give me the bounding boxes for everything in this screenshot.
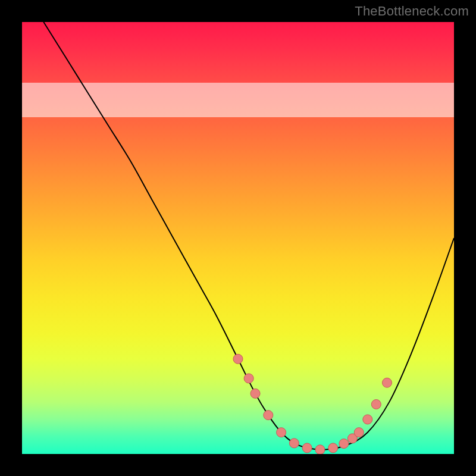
data-marker [250,389,260,398]
data-marker [315,445,325,454]
data-marker [277,428,286,437]
bottleneck-curve [43,22,454,450]
data-marker [244,374,253,383]
chart-area [22,22,454,454]
data-marker [339,439,349,449]
data-marker [354,428,364,437]
data-marker [328,443,338,453]
data-marker [302,443,312,453]
curve-layer [22,22,454,454]
data-marker [233,354,243,364]
data-marker [289,439,299,448]
data-marker [382,378,392,387]
data-marker [363,415,372,424]
data-marker [264,411,273,420]
watermark-text: TheBottleneck.com [355,4,469,19]
data-marker [371,400,381,409]
